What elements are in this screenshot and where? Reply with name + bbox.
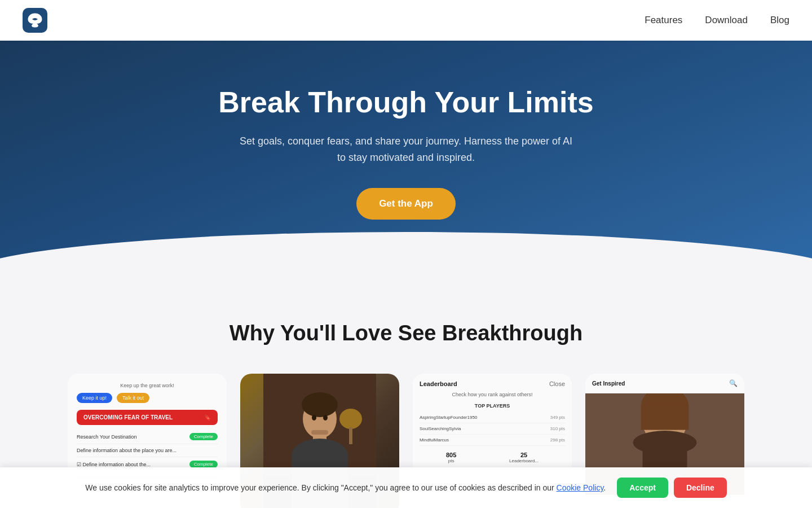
logo[interactable] xyxy=(23,8,47,33)
leaderboard-title: Leaderboard xyxy=(420,380,457,387)
hero-subheadline: Set goals, conquer fears, and share your… xyxy=(237,133,575,166)
nav-features-link[interactable]: Features xyxy=(645,15,682,26)
leaderboard-row-2: SoulSearchingSylvia 310 pts xyxy=(420,423,565,435)
nav-blog-link[interactable]: Blog xyxy=(770,15,789,26)
leaderboard-row-1: AspiringStartupFounder1950 349 pts xyxy=(420,412,565,423)
cookie-policy-link[interactable]: Cookie Policy xyxy=(557,483,604,492)
svg-point-10 xyxy=(312,415,316,421)
hero-headline: Break Through Your Limits xyxy=(218,86,594,120)
card-tasks-title: OVERCOMING FEAR OF TRAVEL 🔖 xyxy=(77,410,218,425)
task-item-1: Research Your Destination Complete xyxy=(77,430,218,444)
svg-rect-19 xyxy=(641,406,689,430)
inspiration-label: Get Inspired xyxy=(592,380,625,387)
leaderboard-stats: 805 pts 25 Leaderboard... xyxy=(420,452,565,463)
stat-score: 805 pts xyxy=(446,452,456,463)
nav-download-link[interactable]: Download xyxy=(705,15,748,26)
task-item-2: Define information about the place you a… xyxy=(77,444,218,457)
card-tasks-actions: Keep it up! Talk it out xyxy=(77,393,218,403)
card-tasks-top-text: Keep up the great work! xyxy=(77,383,218,388)
cookie-buttons: Accept Decline xyxy=(617,478,727,498)
leaderboard-header: Leaderboard Close xyxy=(420,380,565,387)
nav-links: Features Download Blog xyxy=(645,15,789,26)
svg-point-9 xyxy=(302,392,338,417)
leaderboard-subtitle: Check how you rank against others! xyxy=(420,392,565,397)
svg-point-17 xyxy=(633,431,697,454)
cookie-accept-button[interactable]: Accept xyxy=(617,478,668,498)
brand-logo-icon xyxy=(23,8,47,33)
cookie-decline-button[interactable]: Decline xyxy=(674,478,727,498)
leaderboard-close[interactable]: Close xyxy=(549,380,565,387)
keep-up-bubble: Keep it up! xyxy=(77,393,112,403)
hero-section: Break Through Your Limits Set goals, con… xyxy=(0,41,812,276)
features-title: Why You'll Love See Breakthrough xyxy=(23,321,789,345)
cookie-text: We use cookies for site analytics to imp… xyxy=(85,483,606,492)
search-icon[interactable]: 🔍 xyxy=(729,379,738,387)
svg-point-11 xyxy=(323,415,328,421)
cookie-banner: We use cookies for site analytics to imp… xyxy=(0,467,812,508)
svg-point-3 xyxy=(339,409,362,429)
navbar: Features Download Blog xyxy=(0,0,812,41)
leaderboard-section-label: TOP PLAYERS xyxy=(420,403,565,409)
talk-it-out-bubble: Talk it out xyxy=(117,393,149,403)
leaderboard-row-3: MindfulMarcus 298 pts xyxy=(420,435,565,446)
get-app-button[interactable]: Get the App xyxy=(356,188,456,220)
inspiration-topbar: Get Inspired 🔍 xyxy=(585,374,744,393)
svg-rect-12 xyxy=(311,430,328,435)
svg-rect-4 xyxy=(349,427,352,444)
stat-rank: 25 Leaderboard... xyxy=(509,452,539,463)
